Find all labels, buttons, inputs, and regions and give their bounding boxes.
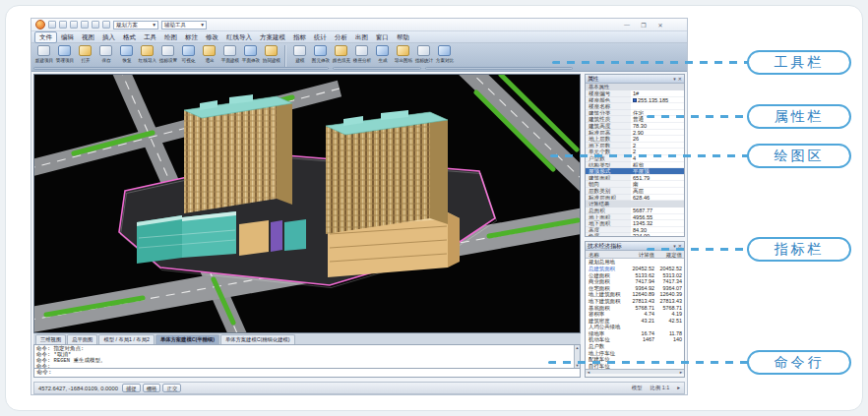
toolbar-button[interactable]: 指标设置 — [157, 44, 178, 63]
toolbar-button[interactable]: 管理项目 — [54, 44, 75, 63]
indicator-row[interactable]: 住宅面积 9364.92 9364.07 — [586, 285, 684, 292]
property-row[interactable]: 楼座名称 — [586, 103, 684, 110]
menu-item[interactable]: 标注 — [181, 32, 202, 42]
menu-item[interactable]: 红线导入 — [222, 32, 256, 42]
scroll-right-icon[interactable]: ► — [679, 370, 683, 375]
property-row[interactable]: 标准层高 2.90 — [586, 130, 684, 137]
property-row[interactable]: 结构类型 框剪 — [586, 162, 684, 169]
scroll-up-icon[interactable]: ▲ — [576, 345, 580, 350]
print-icon[interactable] — [102, 21, 110, 29]
menu-item[interactable]: 编辑 — [57, 32, 78, 42]
indicator-row[interactable]: 地上停车位 — [586, 350, 684, 357]
menu-item[interactable]: 指标 — [289, 32, 310, 42]
property-row[interactable]: 层数类别 高层 — [586, 188, 684, 195]
indicator-row[interactable]: 商业面积 7417.94 7417.34 — [586, 278, 684, 285]
close-button[interactable]: ✕ — [655, 22, 665, 29]
menu-item[interactable]: 帮助 — [393, 32, 413, 42]
helper-tools-combo[interactable]: 辅助工具 ▾ — [161, 21, 207, 30]
property-row[interactable]: 建筑面积 651.79 — [586, 175, 684, 182]
toolbar-button[interactable]: 打开 — [75, 44, 95, 63]
menu-item[interactable]: 文件 — [34, 31, 57, 43]
dock-strip[interactable] — [333, 67, 421, 70]
property-row[interactable]: 朝向 南 — [586, 181, 684, 188]
toolbar-button[interactable]: 可视化 — [178, 44, 199, 63]
indicator-row[interactable]: 地下建筑面积 27813.43 27813.43 — [586, 298, 684, 305]
toolbar-button[interactable]: 新建项目 — [33, 44, 54, 63]
status-toggle-button[interactable]: 捕捉 — [122, 384, 141, 392]
toolbar-button[interactable]: 平面修改 — [240, 44, 261, 63]
command-history[interactable]: 命令: 指定对角点:命令: *取消*命令: REGEN 重生成模型。命令: ▲ … — [33, 344, 581, 369]
indicator-row[interactable]: 机动车位 1467 140 — [586, 336, 684, 343]
properties-section-basic[interactable]: 基本属性 — [586, 84, 684, 90]
toolbar-button[interactable]: 图元修改 — [310, 44, 331, 63]
toolbar-button[interactable]: 方案对比 — [434, 44, 455, 63]
indicator-row[interactable]: 容积率 4.74 4.19 — [586, 311, 684, 318]
toolbar-button[interactable]: 保存 — [95, 44, 116, 63]
pin-icon[interactable]: ▾ — [673, 75, 676, 83]
menu-item[interactable]: 窗口 — [372, 32, 393, 42]
toolbar-button[interactable]: 指标统计 — [413, 44, 434, 63]
toolbar-button[interactable]: 楼座分析 — [351, 44, 372, 63]
toolbar-button[interactable]: 导出图纸 — [393, 44, 413, 63]
property-row[interactable]: 角度 324.00 — [586, 233, 684, 237]
drawing-tab[interactable]: 模型 / 布局1 / 布局2 — [98, 334, 155, 344]
indicator-row[interactable]: 建筑密度 43.21 42.51 — [586, 318, 684, 325]
open-file-icon[interactable] — [59, 21, 67, 29]
indicator-row[interactable]: 公建面积 5133.62 5313.02 — [586, 272, 684, 279]
status-right-item[interactable]: 模型 — [632, 385, 643, 391]
menu-item[interactable]: 出图 — [351, 32, 372, 42]
menu-item[interactable]: 格式 — [119, 32, 140, 42]
property-row[interactable]: 楼座编号 1# — [586, 90, 684, 97]
toolbar-button[interactable]: 平面建模 — [219, 44, 240, 63]
toolbar-button[interactable]: 退出 — [199, 44, 219, 63]
indicator-row[interactable]: 规划总用地 — [586, 259, 684, 266]
property-row[interactable]: 地上面积 4956.55 — [586, 214, 684, 221]
property-row[interactable]: 建筑高度 78.30 — [586, 123, 684, 130]
menu-item[interactable]: 分析 — [331, 32, 351, 42]
property-row[interactable]: 楼座颜色 255,135,185 — [586, 97, 684, 104]
toolbar-button[interactable]: 生成 — [372, 44, 393, 63]
menu-item[interactable]: 统计 — [310, 32, 331, 42]
dock-strip[interactable] — [33, 67, 329, 70]
indicator-row[interactable]: 人均公共绿地 — [586, 324, 684, 330]
drawing-area[interactable] — [33, 74, 581, 333]
drawing-tab[interactable]: 总平面图 — [67, 334, 97, 344]
status-toggle-button[interactable]: 正交 — [162, 384, 181, 392]
status-toggle-button[interactable]: 栅格 — [143, 384, 161, 392]
new-file-icon[interactable] — [48, 21, 56, 29]
indicator-row[interactable]: 总建筑面积 20452.52 20452.52 — [586, 266, 684, 272]
menu-item[interactable]: 视图 — [78, 32, 98, 42]
property-row[interactable]: 高度 84.30 — [586, 227, 684, 234]
property-row[interactable]: 地下面积 1345.32 — [586, 220, 684, 227]
property-row[interactable]: 地上层数 26 — [586, 136, 684, 143]
menu-item[interactable]: 方案建模 — [256, 32, 289, 42]
undo-icon[interactable] — [81, 21, 89, 29]
status-right-item[interactable]: 比例 1:1 — [651, 385, 670, 391]
command-scrollbar[interactable]: ▲ ▼ — [574, 345, 580, 368]
indicator-row[interactable]: 地上建筑面积 12640.89 12640.39 — [586, 291, 684, 298]
toolbar-button[interactable]: 建模 — [289, 44, 310, 63]
property-row[interactable]: 总面积 5687.77 — [586, 208, 684, 214]
property-row[interactable]: 地下层数 2 — [586, 143, 684, 149]
menu-item[interactable]: 修改 — [202, 32, 222, 42]
indicator-row[interactable]: 总户数 — [586, 343, 684, 350]
property-row[interactable]: 屋顶形式 平屋顶 — [586, 168, 684, 175]
indicator-horizontal-scrollbar[interactable]: ◄ ► — [586, 369, 684, 374]
indicator-row[interactable]: 绿地率 16.74 11.78 — [586, 330, 684, 337]
menu-item[interactable]: 工具 — [140, 32, 160, 42]
app-logo-icon[interactable] — [35, 20, 45, 30]
maximize-button[interactable]: ❐ — [639, 22, 649, 29]
toolbar-button[interactable]: 协同建模 — [261, 44, 281, 63]
properties-section-calc[interactable]: 计算结果 — [586, 201, 684, 208]
menu-item[interactable]: 绘图 — [160, 32, 181, 42]
property-row[interactable]: 标准层面积 628.46 — [586, 195, 684, 202]
scroll-left-icon[interactable]: ◄ — [587, 370, 590, 375]
drawing-tab[interactable]: 三维视图 — [35, 334, 66, 344]
save-icon[interactable] — [70, 21, 78, 29]
indicator-row[interactable]: 基底面积 5768.71 5768.71 — [586, 305, 684, 312]
status-right-item[interactable]: ▸ — [677, 385, 680, 391]
workspace-combo[interactable]: 规划方案 ▾ — [113, 21, 158, 30]
redo-icon[interactable] — [92, 21, 99, 29]
menu-item[interactable]: 插入 — [98, 32, 119, 42]
minimize-button[interactable]: — — [622, 22, 632, 29]
